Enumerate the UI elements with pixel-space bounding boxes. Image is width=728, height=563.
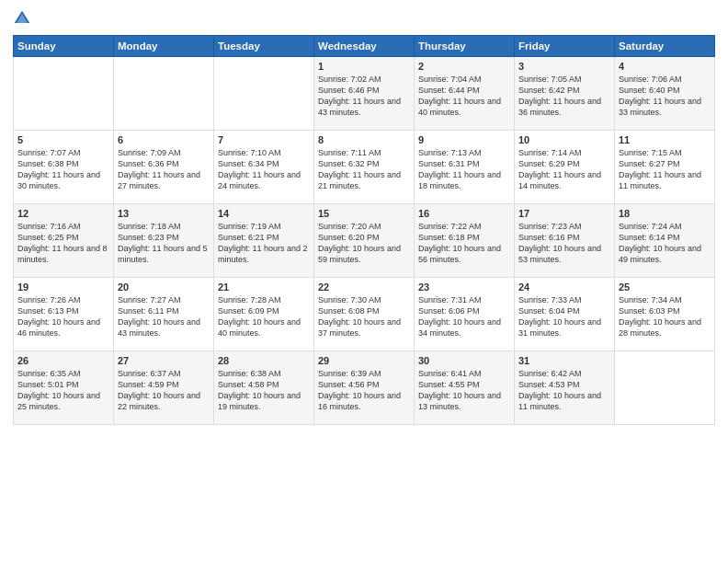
day-number: 21 [218, 282, 310, 293]
cell-2-5: 17Sunrise: 7:23 AM Sunset: 6:16 PM Dayli… [515, 204, 615, 278]
cell-2-3: 15Sunrise: 7:20 AM Sunset: 6:20 PM Dayli… [314, 204, 415, 278]
cell-detail: Sunrise: 6:41 AM Sunset: 4:55 PM Dayligh… [418, 368, 510, 413]
header-wednesday: Wednesday [314, 36, 415, 57]
week-row-0: 1Sunrise: 7:02 AM Sunset: 6:46 PM Daylig… [14, 57, 715, 131]
day-number: 13 [118, 208, 210, 219]
day-number: 1 [318, 61, 410, 72]
day-number: 15 [318, 208, 410, 219]
cell-1-2: 7Sunrise: 7:10 AM Sunset: 6:34 PM Daylig… [214, 131, 314, 204]
cell-0-5: 3Sunrise: 7:05 AM Sunset: 6:42 PM Daylig… [515, 57, 615, 131]
cell-0-3: 1Sunrise: 7:02 AM Sunset: 6:46 PM Daylig… [314, 57, 415, 131]
header-row: SundayMondayTuesdayWednesdayThursdayFrid… [14, 36, 715, 57]
day-number: 10 [518, 134, 610, 145]
day-number: 16 [418, 208, 510, 219]
day-number: 12 [17, 208, 109, 219]
header-tuesday: Tuesday [214, 36, 314, 57]
week-row-3: 19Sunrise: 7:26 AM Sunset: 6:13 PM Dayli… [14, 278, 715, 351]
logo-icon [13, 9, 31, 28]
cell-0-2 [214, 57, 314, 131]
cell-3-4: 23Sunrise: 7:31 AM Sunset: 6:06 PM Dayli… [415, 278, 515, 351]
cell-3-3: 22Sunrise: 7:30 AM Sunset: 6:08 PM Dayli… [314, 278, 415, 351]
header-monday: Monday [114, 36, 214, 57]
cell-4-4: 30Sunrise: 6:41 AM Sunset: 4:55 PM Dayli… [415, 351, 515, 425]
header [13, 9, 715, 28]
cell-detail: Sunrise: 7:34 AM Sunset: 6:03 PM Dayligh… [619, 294, 711, 339]
day-number: 2 [418, 61, 510, 72]
cell-detail: Sunrise: 7:26 AM Sunset: 6:13 PM Dayligh… [17, 294, 109, 339]
cell-3-1: 20Sunrise: 7:27 AM Sunset: 6:11 PM Dayli… [114, 278, 214, 351]
week-row-4: 26Sunrise: 6:35 AM Sunset: 5:01 PM Dayli… [14, 351, 715, 425]
cell-2-0: 12Sunrise: 7:16 AM Sunset: 6:25 PM Dayli… [14, 204, 114, 278]
day-number: 14 [218, 208, 310, 219]
cell-2-1: 13Sunrise: 7:18 AM Sunset: 6:23 PM Dayli… [114, 204, 214, 278]
cell-detail: Sunrise: 7:31 AM Sunset: 6:06 PM Dayligh… [418, 294, 510, 339]
cell-detail: Sunrise: 7:30 AM Sunset: 6:08 PM Dayligh… [318, 294, 410, 339]
cell-detail: Sunrise: 7:06 AM Sunset: 6:40 PM Dayligh… [619, 74, 711, 119]
week-row-1: 5Sunrise: 7:07 AM Sunset: 6:38 PM Daylig… [14, 131, 715, 204]
cell-3-0: 19Sunrise: 7:26 AM Sunset: 6:13 PM Dayli… [14, 278, 114, 351]
cell-1-5: 10Sunrise: 7:14 AM Sunset: 6:29 PM Dayli… [515, 131, 615, 204]
day-number: 28 [218, 355, 310, 366]
day-number: 23 [418, 282, 510, 293]
day-number: 17 [518, 208, 610, 219]
day-number: 24 [518, 282, 610, 293]
cell-detail: Sunrise: 7:11 AM Sunset: 6:32 PM Dayligh… [318, 147, 410, 192]
cell-4-0: 26Sunrise: 6:35 AM Sunset: 5:01 PM Dayli… [14, 351, 114, 425]
cell-4-6 [615, 351, 715, 425]
cell-0-0 [14, 57, 114, 131]
cell-detail: Sunrise: 6:38 AM Sunset: 4:58 PM Dayligh… [218, 368, 310, 413]
week-row-2: 12Sunrise: 7:16 AM Sunset: 6:25 PM Dayli… [14, 204, 715, 278]
cell-1-4: 9Sunrise: 7:13 AM Sunset: 6:31 PM Daylig… [415, 131, 515, 204]
cell-detail: Sunrise: 7:20 AM Sunset: 6:20 PM Dayligh… [318, 221, 410, 266]
cell-detail: Sunrise: 7:27 AM Sunset: 6:11 PM Dayligh… [118, 294, 210, 339]
cell-3-5: 24Sunrise: 7:33 AM Sunset: 6:04 PM Dayli… [515, 278, 615, 351]
day-number: 27 [118, 355, 210, 366]
day-number: 30 [418, 355, 510, 366]
day-number: 7 [218, 134, 310, 145]
cell-4-5: 31Sunrise: 6:42 AM Sunset: 4:53 PM Dayli… [515, 351, 615, 425]
cell-1-1: 6Sunrise: 7:09 AM Sunset: 6:36 PM Daylig… [114, 131, 214, 204]
cell-detail: Sunrise: 7:02 AM Sunset: 6:46 PM Dayligh… [318, 74, 410, 119]
cell-detail: Sunrise: 7:07 AM Sunset: 6:38 PM Dayligh… [17, 147, 109, 192]
cell-3-2: 21Sunrise: 7:28 AM Sunset: 6:09 PM Dayli… [214, 278, 314, 351]
cell-detail: Sunrise: 7:15 AM Sunset: 6:27 PM Dayligh… [619, 147, 711, 192]
calendar-body: 1Sunrise: 7:02 AM Sunset: 6:46 PM Daylig… [14, 57, 715, 425]
day-number: 3 [518, 61, 610, 72]
cell-4-1: 27Sunrise: 6:37 AM Sunset: 4:59 PM Dayli… [114, 351, 214, 425]
calendar-header: SundayMondayTuesdayWednesdayThursdayFrid… [14, 36, 715, 57]
cell-detail: Sunrise: 6:37 AM Sunset: 4:59 PM Dayligh… [118, 368, 210, 413]
cell-4-2: 28Sunrise: 6:38 AM Sunset: 4:58 PM Dayli… [214, 351, 314, 425]
logo [13, 9, 33, 28]
cell-2-6: 18Sunrise: 7:24 AM Sunset: 6:14 PM Dayli… [615, 204, 715, 278]
cell-detail: Sunrise: 7:16 AM Sunset: 6:25 PM Dayligh… [17, 221, 109, 266]
cell-detail: Sunrise: 6:35 AM Sunset: 5:01 PM Dayligh… [17, 368, 109, 413]
calendar-table: SundayMondayTuesdayWednesdayThursdayFrid… [13, 35, 715, 425]
cell-detail: Sunrise: 7:04 AM Sunset: 6:44 PM Dayligh… [418, 74, 510, 119]
day-number: 22 [318, 282, 410, 293]
header-sunday: Sunday [14, 36, 114, 57]
header-friday: Friday [515, 36, 615, 57]
cell-2-2: 14Sunrise: 7:19 AM Sunset: 6:21 PM Dayli… [214, 204, 314, 278]
cell-detail: Sunrise: 7:13 AM Sunset: 6:31 PM Dayligh… [418, 147, 510, 192]
cell-1-3: 8Sunrise: 7:11 AM Sunset: 6:32 PM Daylig… [314, 131, 415, 204]
day-number: 29 [318, 355, 410, 366]
cell-detail: Sunrise: 7:23 AM Sunset: 6:16 PM Dayligh… [518, 221, 610, 266]
day-number: 31 [518, 355, 610, 366]
day-number: 8 [318, 134, 410, 145]
cell-0-6: 4Sunrise: 7:06 AM Sunset: 6:40 PM Daylig… [615, 57, 715, 131]
cell-0-1 [114, 57, 214, 131]
cell-detail: Sunrise: 7:14 AM Sunset: 6:29 PM Dayligh… [518, 147, 610, 192]
cell-detail: Sunrise: 7:24 AM Sunset: 6:14 PM Dayligh… [619, 221, 711, 266]
day-number: 6 [118, 134, 210, 145]
main-container: SundayMondayTuesdayWednesdayThursdayFrid… [0, 0, 728, 434]
cell-detail: Sunrise: 7:05 AM Sunset: 6:42 PM Dayligh… [518, 74, 610, 119]
day-number: 4 [619, 61, 711, 72]
header-saturday: Saturday [615, 36, 715, 57]
cell-1-6: 11Sunrise: 7:15 AM Sunset: 6:27 PM Dayli… [615, 131, 715, 204]
day-number: 25 [619, 282, 711, 293]
day-number: 9 [418, 134, 510, 145]
day-number: 18 [619, 208, 711, 219]
cell-detail: Sunrise: 7:28 AM Sunset: 6:09 PM Dayligh… [218, 294, 310, 339]
cell-detail: Sunrise: 7:18 AM Sunset: 6:23 PM Dayligh… [118, 221, 210, 266]
cell-2-4: 16Sunrise: 7:22 AM Sunset: 6:18 PM Dayli… [415, 204, 515, 278]
